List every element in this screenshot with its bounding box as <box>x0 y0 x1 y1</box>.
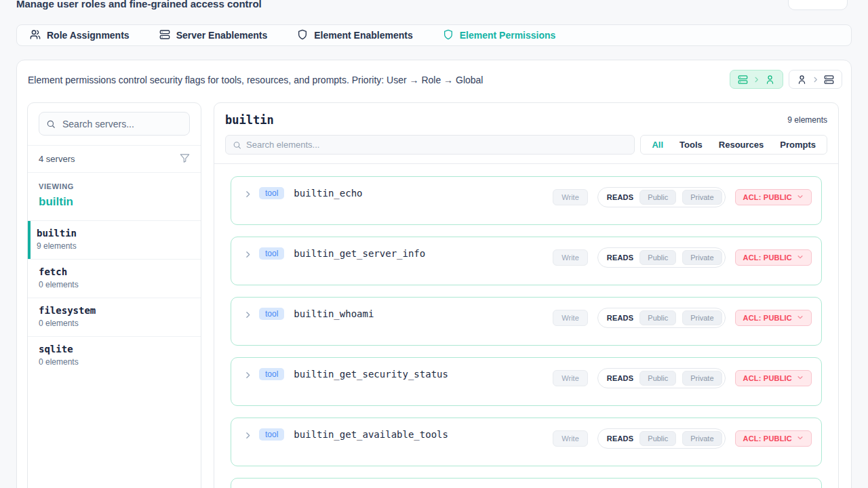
server-icon <box>738 75 748 85</box>
element-name: builtin_echo <box>294 188 362 199</box>
tab-element-enablements[interactable]: Element Enablements <box>297 29 413 42</box>
private-toggle-button[interactable]: Private <box>682 371 722 386</box>
tab-server-enablements[interactable]: Server Enablements <box>159 29 268 42</box>
funnel-icon[interactable] <box>180 153 190 165</box>
tab-role-assignments[interactable]: Role Assignments <box>30 29 130 42</box>
chevron-right-icon[interactable] <box>243 430 252 439</box>
panel-title: builtin <box>225 113 274 127</box>
acl-dropdown[interactable]: ACL: PUBLIC <box>735 189 812 205</box>
viewing-block: VIEWING builtin <box>28 172 201 220</box>
public-toggle-button[interactable]: Public <box>639 431 676 446</box>
tab-element-permissions[interactable]: Element Permissions <box>443 29 556 42</box>
chevron-right-icon <box>753 76 760 83</box>
reads-control-group: READS Public Private <box>597 308 726 328</box>
write-toggle-button[interactable]: Write <box>553 370 587 386</box>
public-toggle-button[interactable]: Public <box>639 371 676 386</box>
public-toggle-button[interactable]: Public <box>639 310 676 325</box>
chevron-down-icon <box>797 434 804 443</box>
acl-label: ACL: PUBLIC <box>743 314 792 322</box>
acl-dropdown[interactable]: ACL: PUBLIC <box>735 430 812 447</box>
acl-dropdown[interactable]: ACL: PUBLIC <box>735 370 812 386</box>
element-type-badge: tool <box>259 428 284 441</box>
reads-control-group: READS Public Private <box>597 368 726 388</box>
header-action-button[interactable] <box>788 0 848 10</box>
chevron-down-icon <box>797 374 804 382</box>
chevron-right-icon[interactable] <box>243 370 252 379</box>
server-name: fetch <box>39 266 190 277</box>
reads-control-group: READS Public Private <box>597 428 726 449</box>
element-type-filter: All Tools Resources Prompts <box>640 135 827 155</box>
filter-tab-all[interactable]: All <box>644 136 671 153</box>
reads-label: READS <box>601 193 634 201</box>
search-elements-input[interactable] <box>225 135 635 155</box>
server-element-count: 0 elements <box>39 357 190 367</box>
element-row: tool builtin_whoami Write READS Public P… <box>231 297 822 346</box>
write-toggle-button[interactable]: Write <box>553 430 587 447</box>
chevron-right-icon[interactable] <box>243 310 252 319</box>
shield-icon <box>443 29 454 42</box>
element-row: tool builtin_echo Write READS Public Pri… <box>231 176 822 225</box>
acl-label: ACL: PUBLIC <box>743 253 792 262</box>
element-rows: tool builtin_echo Write READS Public Pri… <box>214 164 838 488</box>
element-name: builtin_get_security_status <box>294 369 448 380</box>
server-icon <box>159 29 170 42</box>
private-toggle-button[interactable]: Private <box>682 431 722 446</box>
view-toggle-server-then-user[interactable] <box>730 70 783 89</box>
tab-label: Element Enablements <box>314 30 413 41</box>
reads-label: READS <box>601 434 634 443</box>
reads-label: READS <box>601 314 634 322</box>
chevron-down-icon <box>797 314 804 322</box>
element-name: builtin_whoami <box>294 308 374 319</box>
reads-label: READS <box>601 253 634 262</box>
acl-dropdown[interactable]: ACL: PUBLIC <box>735 310 812 326</box>
filter-tab-prompts[interactable]: Prompts <box>772 136 824 153</box>
write-toggle-button[interactable]: Write <box>553 189 587 205</box>
server-item-builtin[interactable]: builtin 9 elements <box>28 220 201 259</box>
viewing-server-name: builtin <box>39 195 190 209</box>
servers-sidebar: 4 servers VIEWING builtin builtin 9 elem… <box>27 102 201 488</box>
elements-panel: builtin 9 elements All Tools Resources P… <box>214 102 839 488</box>
server-item-sqlite[interactable]: sqlite 0 elements <box>28 336 201 375</box>
private-toggle-button[interactable]: Private <box>682 310 722 325</box>
chevron-down-icon <box>797 193 804 201</box>
tab-label: Role Assignments <box>47 30 130 41</box>
acl-dropdown[interactable]: ACL: PUBLIC <box>735 249 812 266</box>
page-subtitle: Manage user roles and fine-grained acces… <box>16 0 262 9</box>
permissions-description: Element permissions control security fla… <box>28 75 483 85</box>
tab-label: Server Enablements <box>176 30 268 41</box>
write-toggle-button[interactable]: Write <box>553 310 587 326</box>
user-icon <box>797 75 807 85</box>
viewing-label: VIEWING <box>39 182 190 190</box>
server-item-fetch[interactable]: fetch 0 elements <box>28 259 201 298</box>
write-toggle-button[interactable]: Write <box>553 249 587 266</box>
element-type-badge: tool <box>259 308 284 320</box>
acl-label: ACL: PUBLIC <box>743 434 792 443</box>
chevron-right-icon <box>812 76 819 83</box>
acl-label: ACL: PUBLIC <box>743 193 792 201</box>
server-element-count: 0 elements <box>39 280 190 289</box>
public-toggle-button[interactable]: Public <box>639 190 676 205</box>
search-servers-input[interactable] <box>39 112 190 136</box>
private-toggle-button[interactable]: Private <box>682 190 722 205</box>
user-icon <box>765 75 775 85</box>
acl-label: ACL: PUBLIC <box>743 374 792 382</box>
server-icon <box>824 75 834 85</box>
private-toggle-button[interactable]: Private <box>682 250 722 265</box>
server-item-filesystem[interactable]: filesystem 0 elements <box>28 298 201 336</box>
element-name: builtin_get_available_tools <box>294 429 448 440</box>
filter-tab-resources[interactable]: Resources <box>711 136 772 153</box>
server-element-count: 0 elements <box>39 319 190 328</box>
tab-label: Element Permissions <box>460 30 556 41</box>
server-name: sqlite <box>39 344 190 354</box>
server-name: filesystem <box>39 305 190 316</box>
element-name: builtin_get_server_info <box>294 248 425 259</box>
element-row-partial <box>231 478 822 488</box>
filter-tab-tools[interactable]: Tools <box>671 136 711 153</box>
public-toggle-button[interactable]: Public <box>639 250 676 265</box>
reads-control-group: READS Public Private <box>597 247 726 268</box>
view-toggle-user-then-server[interactable] <box>789 70 842 89</box>
chevron-right-icon[interactable] <box>243 249 252 258</box>
users-icon <box>30 29 41 42</box>
chevron-right-icon[interactable] <box>243 189 252 198</box>
element-row: tool builtin_get_available_tools Write R… <box>231 418 822 466</box>
